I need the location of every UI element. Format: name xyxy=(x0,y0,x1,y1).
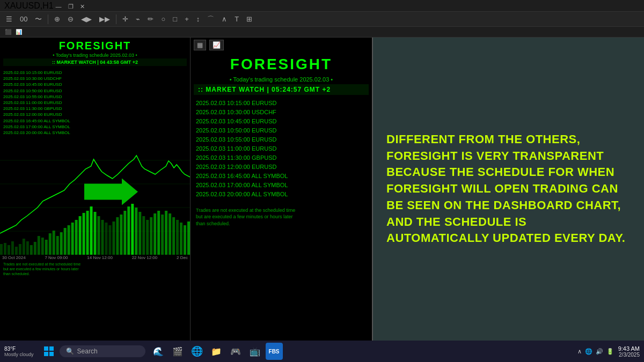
taskbar: 83°F Mostly cloudy 🔍 Search 🌊 🎬 🌐 📁 🎮 📺 … xyxy=(0,341,644,362)
toolbar-arrow[interactable]: ↕ xyxy=(194,13,203,25)
weather-widget: 83°F Mostly cloudy xyxy=(4,346,34,357)
left-schedule-item: 2025.02.03 10:55:00 EURUSD xyxy=(3,94,187,100)
toolbar-cross[interactable]: + xyxy=(182,13,192,25)
toolbar-grid[interactable]: ⊞ xyxy=(244,13,255,25)
date-label-2: 7 Nov 09:00 xyxy=(45,255,68,260)
middle-disclaimer: Trades are not executed at the scheduled… xyxy=(191,205,372,230)
left-schedule-item: 2025.02.03 17:00:00 ALL SYMBOL xyxy=(3,124,187,130)
maximize-button[interactable]: ❐ xyxy=(66,3,76,10)
left-schedule-item: 2025.02.03 12:00:00 EURUSD xyxy=(3,112,187,117)
toolbar-up[interactable]: ∧ xyxy=(219,13,230,25)
battery-icon[interactable]: 🔋 xyxy=(606,348,614,355)
svg-rect-27 xyxy=(83,213,85,255)
toolbar-circle[interactable]: ○ xyxy=(158,13,168,25)
toolbar-00[interactable]: 00 xyxy=(17,13,30,25)
taskbar-app-files[interactable]: 📁 xyxy=(208,343,225,360)
date-label-1: 30 Oct 2024 xyxy=(2,255,26,260)
toolbar-prev[interactable]: ◀▶ xyxy=(78,13,94,25)
windows-logo-icon xyxy=(44,346,54,356)
network-icon[interactable]: 🌐 xyxy=(585,348,592,355)
svg-rect-44 xyxy=(146,220,149,255)
toolbar-text-tool[interactable]: T xyxy=(232,13,241,25)
search-bar[interactable]: 🔍 Search xyxy=(60,345,145,357)
volume-icon[interactable]: 🔊 xyxy=(596,348,603,355)
toolbar: ☰ 00 〜 ⊕ ⊖ ◀▶ ▶▶ ✛ ⌁ ✏ ○ □ + ↕ ⌒ ∧ T ⊞ xyxy=(0,12,644,27)
svg-rect-6 xyxy=(4,243,6,255)
svg-rect-49 xyxy=(165,211,167,255)
svg-rect-37 xyxy=(120,215,122,255)
taskbar-app-game[interactable]: 🎮 xyxy=(227,343,244,360)
toolbar-forward[interactable]: ▶▶ xyxy=(97,13,113,25)
info-text: DIFFERENT FROM THE OTHERS, FORESIGHT IS … xyxy=(386,131,631,247)
title-bar: XAUUSD,H1 — ❐ ✕ xyxy=(0,0,644,12)
svg-rect-23 xyxy=(68,225,70,255)
svg-rect-16 xyxy=(41,238,44,255)
toolbar-crosshair[interactable]: ✛ xyxy=(120,13,131,25)
left-schedule-item: 2025.02.03 10:50:00 EURUSD xyxy=(3,88,187,94)
svg-rect-33 xyxy=(105,223,107,255)
clock[interactable]: 9:43 AM 2/3/2025 xyxy=(618,345,640,358)
middle-schedule-item: 2025.02.03 16:45:00 ALL SYMBOL xyxy=(196,172,367,181)
close-button[interactable]: ✕ xyxy=(78,3,87,10)
svg-rect-48 xyxy=(161,215,164,255)
svg-rect-9 xyxy=(15,247,18,255)
win-square-1 xyxy=(44,346,48,351)
win-square-2 xyxy=(49,346,54,351)
arrow-indicator xyxy=(84,179,138,208)
svg-rect-50 xyxy=(169,213,171,255)
win-square-4 xyxy=(49,352,54,356)
win-square-3 xyxy=(44,352,48,356)
svg-rect-36 xyxy=(116,217,119,255)
weather-description: Mostly cloudy xyxy=(4,352,34,357)
left-disclaimer: Trades are not executed at the scheduled… xyxy=(0,261,190,277)
title-bar-controls: — ❐ ✕ xyxy=(54,1,87,11)
search-icon: 🔍 xyxy=(66,348,74,355)
svg-rect-41 xyxy=(135,208,137,255)
middle-panel-icons: ▦ 📈 xyxy=(191,38,372,53)
title-bar-text: XAUUSD,H1 xyxy=(4,1,54,11)
clock-time: 9:43 AM xyxy=(618,345,640,352)
minimize-button[interactable]: — xyxy=(54,3,64,10)
middle-schedule-item: 2025.02.03 10:30:00 USDCHF xyxy=(196,108,367,117)
toolbar-wave[interactable]: 〜 xyxy=(32,13,45,26)
middle-trading-schedule: • Today's trading schedule 2025.02.03 • xyxy=(191,76,372,83)
chart-bottom-axis: 30 Oct 2024 7 Nov 09:00 14 Nov 12:00 22 … xyxy=(0,255,190,261)
toolbar-zoom-in[interactable]: ⊕ xyxy=(52,13,63,25)
toolbar-zoom-out[interactable]: ⊖ xyxy=(65,13,76,25)
taskbar-app-chrome[interactable]: 🌐 xyxy=(188,343,206,360)
svg-rect-42 xyxy=(138,212,141,255)
svg-rect-7 xyxy=(8,245,10,255)
start-button[interactable] xyxy=(40,343,57,360)
toolbar-pencil[interactable]: ✏ xyxy=(145,13,156,25)
toolbar-rect[interactable]: □ xyxy=(170,13,180,25)
middle-market-watch: :: MARKET WATCH | 05:24:57 GMT +2 xyxy=(194,84,369,95)
expand-tray-icon[interactable]: ∧ xyxy=(577,348,582,355)
taskbar-app-tv[interactable]: 📺 xyxy=(246,343,264,360)
svg-rect-30 xyxy=(94,212,97,255)
svg-rect-32 xyxy=(101,220,104,255)
sub-icon-2[interactable]: 📊 xyxy=(14,28,24,35)
toolbar-sep-1 xyxy=(48,14,48,24)
middle-schedule-item: 2025.02.03 20:00:00 ALL SYMBOL xyxy=(196,190,367,199)
taskbar-app-widgets[interactable]: 🌊 xyxy=(150,343,167,360)
toolbar-line[interactable]: ⌁ xyxy=(133,13,143,25)
middle-icon-chart[interactable]: 📈 xyxy=(209,40,224,50)
middle-schedule-item: 2025.02.03 10:50:00 EURUSD xyxy=(196,126,367,135)
svg-rect-46 xyxy=(153,213,156,255)
clock-date: 2/3/2025 xyxy=(618,352,640,358)
middle-schedule-item: 2025.02.03 10:55:00 EURUSD xyxy=(196,135,367,144)
toolbar-curve[interactable]: ⌒ xyxy=(204,13,217,26)
left-schedule-item: 2025.02.03 11:00:00 EURUSD xyxy=(3,100,187,106)
left-schedule-item: 2025.02.03 10:15:00 EURUSD xyxy=(3,70,187,76)
date-label-4: 22 Nov 12:00 xyxy=(132,255,158,260)
svg-rect-53 xyxy=(180,223,182,255)
taskbar-app-premiere[interactable]: 🎬 xyxy=(169,343,186,360)
svg-rect-28 xyxy=(86,211,89,255)
taskbar-app-fbs[interactable]: FBS xyxy=(266,343,283,360)
sub-icon-1[interactable]: ⬛ xyxy=(3,28,13,35)
middle-icon-grid[interactable]: ▦ xyxy=(194,40,206,50)
search-label: Search xyxy=(77,348,98,355)
left-schedule-item: 2025.02.03 10:30:00 USDCHF xyxy=(3,76,187,82)
left-trading-schedule: • Today's trading schedule 2025.02.03 • xyxy=(3,53,187,58)
toolbar-menu[interactable]: ☰ xyxy=(3,13,15,25)
